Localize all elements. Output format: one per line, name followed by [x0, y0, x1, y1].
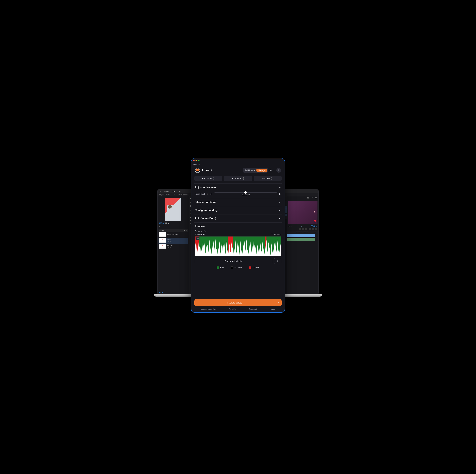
menu-icon[interactable] [315, 197, 317, 199]
section-noise-toggle[interactable]: Adjust noise level [195, 186, 281, 189]
waveform-preview[interactable]: A4 [195, 236, 281, 256]
tl-tool-icon[interactable] [299, 228, 301, 230]
tl-tool-icon[interactable] [315, 228, 317, 230]
waveform-legend: Kept No audio Deleted [195, 267, 281, 269]
minimize-icon[interactable] [196, 160, 197, 161]
fit-dropdown[interactable]: Fit [165, 222, 167, 224]
panel-tab-title: AutoCut [193, 163, 200, 165]
language-selector[interactable]: EN [270, 169, 275, 172]
info-icon[interactable]: i [242, 177, 244, 180]
preview-label: Preview: [195, 230, 203, 232]
cut-delete-button[interactable]: Cut and delete [194, 299, 275, 306]
current-file: amy-23-976.mp4 [159, 194, 170, 196]
track-badge: A4 [196, 237, 200, 240]
tab-autocut-ai[interactable]: AutoCut AIi [224, 176, 252, 181]
license-pill: Paid license Manage [243, 168, 268, 173]
chevron-down-icon [273, 169, 275, 171]
chevron-right-icon [276, 260, 279, 263]
chevron-up-icon [278, 186, 281, 189]
center-indicator-button[interactable]: Center on indicator [195, 258, 272, 264]
footer-logout[interactable]: Logout [270, 308, 275, 310]
source-thumbnail [165, 198, 181, 221]
share-icon[interactable] [311, 197, 313, 199]
manage-button[interactable]: Manage [256, 169, 267, 172]
section-autozoom-toggle[interactable]: AutoZoom (Beta) [195, 217, 281, 220]
new-bin-icon[interactable]: ▦ [159, 291, 160, 293]
noise-value: -32.02 dB [214, 194, 277, 196]
info-icon[interactable]: i [213, 177, 215, 180]
window-controls [191, 158, 285, 162]
info-icon[interactable]: i [271, 177, 273, 180]
bin-fps: 976 fps [159, 229, 164, 231]
menu-import[interactable]: Import [164, 190, 169, 192]
panel-menu-icon[interactable]: ≡ [201, 163, 202, 166]
autocut-logo [195, 168, 200, 173]
home-icon[interactable]: ⌂ [159, 190, 161, 192]
chevron-down-icon [278, 201, 281, 204]
footer-manage-licence[interactable]: Manage licence key [201, 308, 216, 310]
svg-point-4 [278, 169, 279, 170]
section-padding-toggle[interactable]: Configure padding [195, 209, 281, 212]
close-icon[interactable] [193, 160, 195, 161]
brand-name: Autocut [202, 169, 212, 172]
program-time: 00:03:01 [311, 225, 318, 227]
volume-high-icon [278, 193, 281, 196]
tab-autocut-v2[interactable]: AutoCut v2i [194, 176, 222, 181]
source-timecode: 0:00:00 [159, 222, 164, 224]
menu-export[interactable]: Exp [178, 190, 181, 192]
noise-slider[interactable] [214, 192, 277, 193]
tl-tool-icon[interactable] [312, 228, 314, 230]
preview-start-time: 00:00:06.11 [195, 233, 205, 236]
timeline-ruler[interactable]: ⋯00:02:29:2000:02:44:2000:02: [287, 231, 319, 233]
section-silence-toggle[interactable]: Silence durations [195, 201, 281, 204]
program-zoom[interactable]: 1/2 ▾ [288, 225, 292, 227]
program-panel: s x 1/2 ▾ 🔧 00:03:01 ⋯00:02:29:2000:02:4… [287, 196, 319, 294]
footer-bug-report[interactable]: Bug report [249, 308, 257, 310]
chevron-down-icon [278, 209, 281, 212]
menu-edit[interactable]: Edit [172, 190, 175, 192]
chevron-down-icon [277, 302, 279, 304]
cut-delete-dropdown[interactable] [275, 299, 282, 306]
noise-level-label: Noise level [195, 193, 205, 195]
tl-tool-icon[interactable] [305, 228, 307, 230]
program-monitor: s x [288, 201, 318, 224]
preview-end-time: 00:00:16.11 [271, 233, 281, 236]
tl-tool-icon[interactable] [302, 228, 304, 230]
bin-item[interactable]: TEDx h-976.m...03:01 [158, 244, 188, 250]
license-label: Paid license [245, 169, 255, 171]
more-menu-button[interactable] [276, 168, 281, 173]
bin-item[interactable]: TEDx itocou...3.976 fps [158, 232, 188, 238]
timeline-toolbar [287, 228, 319, 231]
source-panel: 0:00:00 Fit▾ ●{} 976 fps ≡ › TEDx itocou… [157, 196, 189, 294]
export-frame-icon[interactable] [307, 197, 309, 199]
autocut-panel: AutoCut ≡ Autocut Paid license Manage EN [191, 158, 285, 313]
preview-title: Preview [195, 225, 204, 228]
info-icon[interactable]: i [206, 193, 208, 195]
volume-low-icon [210, 193, 213, 196]
new-item-icon[interactable]: ▦ [161, 291, 163, 293]
footer-tutorials[interactable]: Tutorials [229, 308, 236, 310]
video-clip[interactable] [287, 234, 315, 237]
svg-point-6 [278, 171, 279, 171]
effects-tab[interactable]: Effect Controls [178, 194, 187, 196]
bin-item[interactable]: TEDx 3-97603:01 [158, 238, 188, 244]
next-button[interactable] [274, 258, 281, 264]
audio-clip[interactable] [287, 238, 315, 241]
kebab-icon [277, 169, 280, 171]
tl-tool-icon[interactable] [309, 228, 311, 230]
svg-point-5 [278, 170, 279, 170]
maximize-icon[interactable] [198, 160, 200, 161]
tab-podcast[interactable]: Podcasti [254, 176, 282, 181]
chevron-down-icon [278, 217, 281, 220]
info-icon[interactable]: i [204, 230, 206, 232]
